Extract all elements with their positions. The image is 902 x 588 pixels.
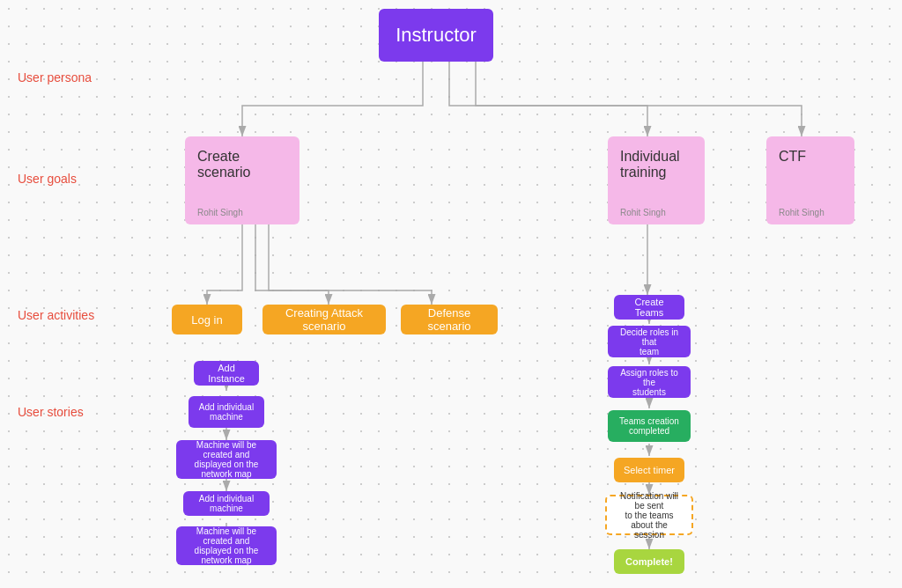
add-individual-machine-1-box: Add individualmachine [189, 396, 264, 428]
user-persona-label: User persona [18, 70, 92, 85]
decide-roles-box: Decide roles in thatteam [608, 326, 691, 357]
individual-training-author: Rohit Singh [620, 208, 666, 217]
ctf-box: CTF Rohit Singh [766, 136, 854, 224]
user-stories-label: User stories [18, 405, 84, 419]
create-scenario-author: Rohit Singh [197, 208, 243, 217]
complete-box: Complete! [614, 549, 684, 574]
instructor-box: Instructor [379, 9, 493, 62]
create-teams-box: Create Teams [614, 295, 684, 320]
notification-box: Notification will be sentto the teams ab… [605, 495, 693, 535]
ctf-author: Rohit Singh [779, 208, 824, 217]
create-scenario-box: Createscenario Rohit Singh [185, 136, 299, 224]
machine-created-1-box: Machine will be created anddisplayed on … [176, 440, 277, 479]
diagram-container: User persona User goals User activities … [0, 0, 902, 588]
user-goals-label: User goals [18, 172, 77, 186]
add-instance-box: Add Instance [194, 361, 259, 386]
add-individual-machine-2-box: Add individual machine [183, 491, 270, 516]
teams-creation-box: Teams creationcompleted [608, 410, 691, 442]
log-in-box: Log in [172, 305, 242, 334]
defense-scenario-box: Defense scenario [401, 305, 498, 334]
select-timer-box: Select timer [614, 458, 684, 482]
individual-training-box: Individualtraining Rohit Singh [608, 136, 705, 224]
machine-created-2-box: Machine will be created anddisplayed on … [176, 526, 277, 565]
creating-attack-box: Creating Attack scenario [262, 305, 386, 334]
assign-roles-box: Assign roles to thestudents [608, 366, 691, 398]
user-activities-label: User activities [18, 308, 94, 322]
